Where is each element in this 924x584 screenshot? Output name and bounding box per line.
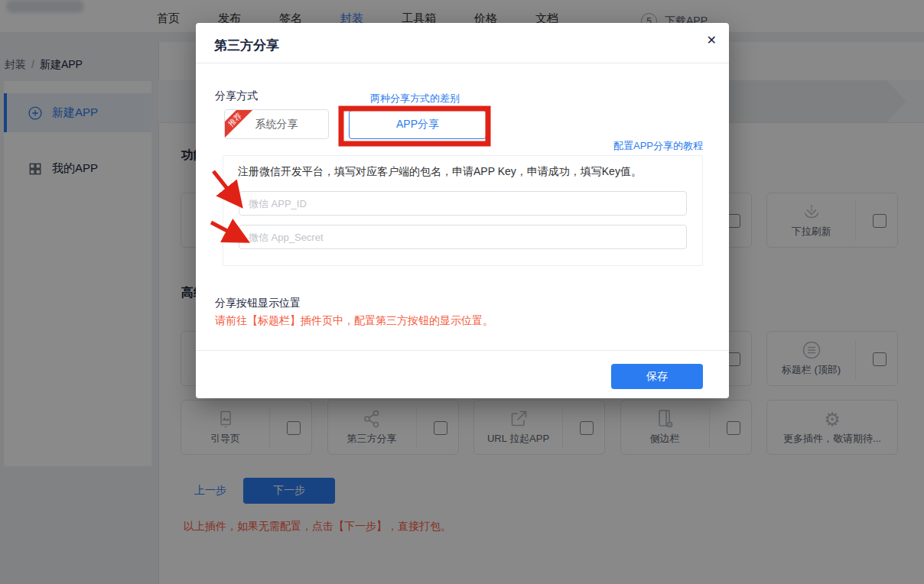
dialog-footer-divider <box>196 350 729 351</box>
share-method-diff-link[interactable]: 两种分享方式的差别 <box>370 92 460 105</box>
dialog-title: 第三方分享 <box>214 37 279 54</box>
third-party-share-dialog: 第三方分享 ✕ 分享方式 两种分享方式的差别 推荐 系统分享 APP分享 配置A… <box>196 23 729 398</box>
wechat-appsecret-input[interactable] <box>239 225 687 249</box>
share-method-label: 分享方式 <box>215 89 258 103</box>
tab-system-share-label: 系统分享 <box>255 118 298 130</box>
wechat-config-instruction: 注册微信开发平台，填写对应客户端的包名，申请APP Key，申请成功，填写Key… <box>238 165 642 179</box>
dialog-header-divider <box>196 63 729 63</box>
recommended-ribbon: 推荐 <box>224 109 255 139</box>
save-button[interactable]: 保存 <box>611 364 703 389</box>
app-share-tutorial-link[interactable]: 配置APP分享的教程 <box>613 139 703 153</box>
tab-app-share-label: APP分享 <box>396 118 439 130</box>
tab-app-share[interactable]: APP分享 <box>349 110 486 139</box>
wechat-config-panel: 注册微信开发平台，填写对应客户端的包名，申请APP Key，申请成功，填写Key… <box>223 155 703 266</box>
close-icon[interactable]: ✕ <box>707 34 717 47</box>
share-button-position-note: 请前往【标题栏】插件页中，配置第三方按钮的显示位置。 <box>215 314 493 328</box>
wechat-appid-input[interactable] <box>239 191 687 216</box>
tab-system-share[interactable]: 推荐 系统分享 <box>224 109 329 139</box>
share-button-position-label: 分享按钮显示位置 <box>215 297 301 310</box>
